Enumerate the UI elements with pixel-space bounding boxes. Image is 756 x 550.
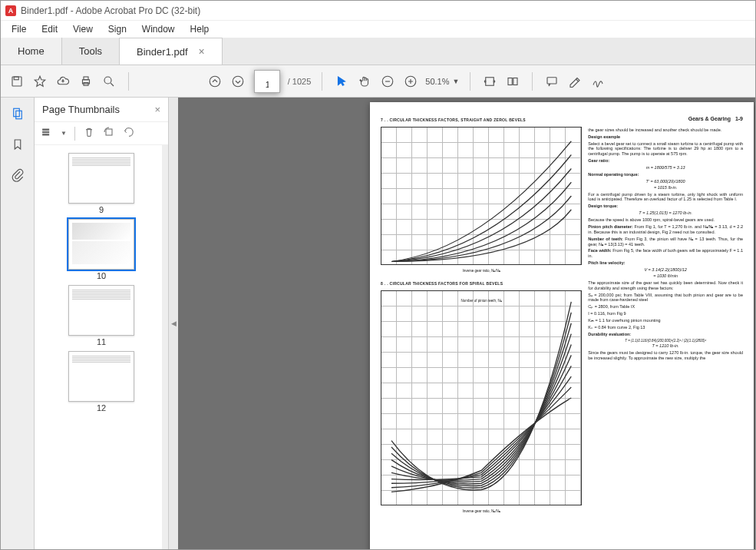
- thumb-12[interactable]: 12: [68, 351, 134, 412]
- menu-window[interactable]: Window: [136, 22, 181, 36]
- close-icon[interactable]: ×: [199, 45, 205, 58]
- thumbnails-toolbar: ▼: [35, 122, 168, 145]
- bookmark-rail-icon[interactable]: [9, 136, 26, 153]
- fig7-title: 7 . . CIRCULAR THICKNESS FACTORS, STRAIG…: [381, 118, 582, 122]
- svg-rect-16: [43, 129, 49, 130]
- thumbnails-rail-icon[interactable]: [9, 105, 26, 122]
- page-input[interactable]: [254, 70, 280, 93]
- toolbar: / 1025 50.1% ▼: [1, 65, 755, 98]
- svg-point-5: [104, 77, 111, 84]
- fig8-title: 8 . . CIRCULAR THICKNESS FACTORS FOR SPI…: [381, 281, 582, 286]
- find-icon[interactable]: [101, 73, 117, 90]
- trash-icon[interactable]: [83, 126, 95, 141]
- page-up-icon[interactable]: [206, 73, 223, 90]
- document-view[interactable]: 7 . . CIRCULAR THICKNESS FACTORS, STRAIG…: [178, 98, 755, 549]
- window-title: Binder1.pdf - Adobe Acrobat Pro DC (32-b…: [21, 5, 200, 16]
- zoom-out-icon[interactable]: [379, 73, 396, 90]
- svg-rect-3: [84, 77, 88, 80]
- tab-tools[interactable]: Tools: [62, 38, 120, 65]
- svg-rect-18: [43, 134, 49, 134]
- attachment-rail-icon[interactable]: [9, 167, 26, 184]
- menu-file[interactable]: File: [5, 22, 32, 36]
- svg-point-7: [233, 76, 243, 87]
- svg-rect-15: [15, 111, 21, 119]
- tab-home[interactable]: Home: [1, 38, 62, 65]
- save-icon[interactable]: [8, 73, 25, 90]
- tabbar: Home Tools Binder1.pdf ×: [1, 38, 755, 65]
- zoom-in-icon[interactable]: [402, 73, 419, 90]
- menu-edit[interactable]: Edit: [35, 22, 64, 36]
- nav-rail: [1, 98, 35, 549]
- fig7-xlabel: Inverse gear ratio, N₁/N₂: [381, 269, 582, 273]
- menu-sign[interactable]: Sign: [102, 22, 133, 36]
- chart-fig7: [381, 127, 582, 265]
- page-total: / 1025: [288, 77, 312, 86]
- print-icon[interactable]: [78, 73, 94, 90]
- svg-point-6: [210, 76, 220, 87]
- thumbnails-title: Page Thumbnails: [42, 104, 120, 115]
- menubar: File Edit View Sign Window Help: [1, 21, 755, 38]
- hand-icon[interactable]: [356, 73, 373, 90]
- menu-help[interactable]: Help: [184, 22, 216, 36]
- comment-icon[interactable]: [543, 73, 560, 90]
- page-display-icon[interactable]: [504, 73, 521, 90]
- star-icon[interactable]: [31, 73, 48, 90]
- chevron-down-icon[interactable]: ▼: [61, 130, 67, 137]
- svg-rect-17: [43, 131, 49, 132]
- options-icon[interactable]: [41, 126, 53, 141]
- panel-resize-handle[interactable]: ◀: [169, 98, 178, 549]
- thumb-9[interactable]: 9: [68, 153, 134, 214]
- chart-fig8: Number of pinion teeth, N₁: [381, 290, 582, 505]
- app-icon: A: [5, 5, 16, 16]
- svg-rect-11: [508, 78, 512, 84]
- highlight-icon[interactable]: [566, 73, 583, 90]
- fit-width-icon[interactable]: [481, 73, 498, 90]
- svg-rect-1: [14, 77, 18, 80]
- thumbnails-list[interactable]: 9 10 11 12: [35, 145, 168, 549]
- cloud-upload-icon[interactable]: [54, 73, 71, 90]
- main-body: Page Thumbnails × ▼ 9 10 11: [1, 98, 755, 549]
- svg-rect-13: [547, 77, 556, 83]
- thumbnails-panel: Page Thumbnails × ▼ 9 10 11: [35, 98, 169, 549]
- rotate-icon[interactable]: [103, 126, 115, 141]
- tab-document[interactable]: Binder1.pdf ×: [120, 38, 223, 65]
- panel-close-icon[interactable]: ×: [154, 104, 160, 115]
- fig8-xlabel: Inverse gear ratio, N₁/N₂: [381, 509, 582, 514]
- svg-rect-12: [513, 78, 517, 84]
- fig8-annot: Number of pinion teeth, N₁: [461, 299, 501, 303]
- svg-rect-14: [13, 108, 19, 117]
- titlebar: A Binder1.pdf - Adobe Acrobat Pro DC (32…: [1, 1, 755, 21]
- zoom-select[interactable]: 50.1% ▼: [425, 77, 459, 86]
- page-down-icon[interactable]: [229, 73, 246, 90]
- pointer-icon[interactable]: [333, 73, 350, 90]
- undo-icon[interactable]: [123, 126, 135, 141]
- thumb-scrollbar[interactable]: [162, 145, 168, 549]
- menu-view[interactable]: View: [67, 22, 99, 36]
- chevron-down-icon: ▼: [452, 78, 459, 85]
- svg-rect-10: [486, 77, 494, 85]
- thumb-11[interactable]: 11: [68, 285, 134, 346]
- sign-icon[interactable]: [589, 73, 606, 90]
- zoom-value: 50.1%: [425, 77, 449, 86]
- tab-doc-label: Binder1.pdf: [137, 46, 188, 58]
- svg-rect-19: [106, 129, 112, 135]
- thumb-10[interactable]: 10: [68, 219, 134, 280]
- collapse-arrow-icon: ◀: [171, 320, 177, 327]
- pdf-page: 7 . . CIRCULAR THICKNESS FACTORS, STRAIG…: [370, 102, 754, 549]
